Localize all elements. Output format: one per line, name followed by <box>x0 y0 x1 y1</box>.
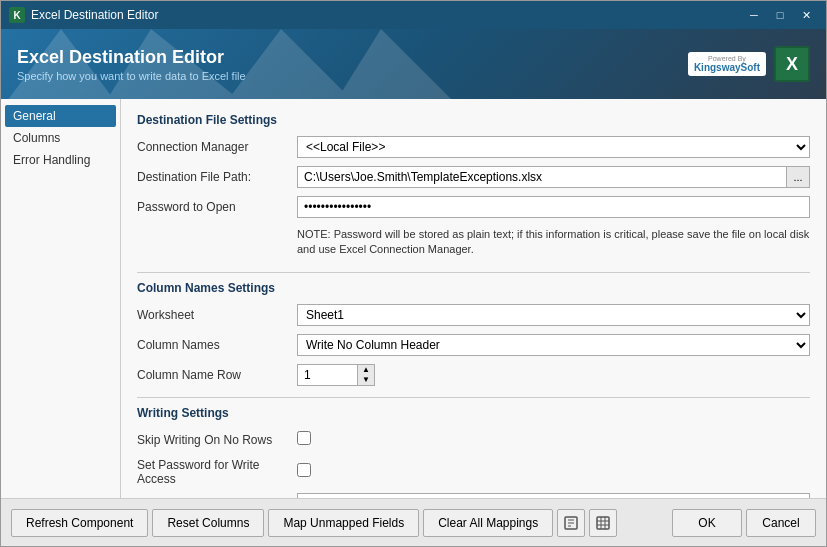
destination-file-path-input[interactable] <box>297 166 786 188</box>
note-row: NOTE: Password will be stored as plain t… <box>137 225 810 262</box>
column-name-row-input[interactable] <box>297 364 357 386</box>
excel-icon: X <box>774 46 810 82</box>
password-label: Password to Open <box>137 200 297 214</box>
restore-button[interactable]: □ <box>768 6 792 24</box>
destination-file-path-row: Destination File Path: ... <box>137 165 810 189</box>
icon-button-2[interactable] <box>589 509 617 537</box>
column-name-row-row: Column Name Row ▲ ▼ <box>137 363 810 387</box>
main-content: General Columns Error Handling Destinati… <box>1 99 826 498</box>
set-password-label: Set Password for Write Access <box>137 458 297 486</box>
main-window: K Excel Destination Editor ─ □ ✕ Excel D… <box>0 0 827 547</box>
map-unmapped-button[interactable]: Map Unmapped Fields <box>268 509 419 537</box>
divider-1 <box>137 272 810 273</box>
bottom-bar: Refresh Component Reset Columns Map Unma… <box>1 498 826 546</box>
column-names-section-header: Column Names Settings <box>137 281 810 295</box>
column-names-select[interactable]: Write No Column Header <box>297 334 810 356</box>
window-title: Excel Destination Editor <box>31 8 158 22</box>
svg-marker-1 <box>101 29 251 99</box>
password-note: NOTE: Password will be stored as plain t… <box>297 227 810 258</box>
spinner-up-button[interactable]: ▲ <box>358 365 374 375</box>
cancel-button[interactable]: Cancel <box>746 509 816 537</box>
svg-rect-8 <box>597 517 609 529</box>
svg-marker-0 <box>1 29 121 99</box>
svg-marker-2 <box>221 29 361 99</box>
page-subtitle: Specify how you want to write data to Ex… <box>17 70 246 82</box>
password-input[interactable] <box>297 196 810 218</box>
sidebar-item-error-handling[interactable]: Error Handling <box>5 149 116 171</box>
sidebar: General Columns Error Handling <box>1 99 121 498</box>
page-title: Excel Destination Editor <box>17 47 246 68</box>
icon-button-1[interactable] <box>557 509 585 537</box>
password-row: Password to Open <box>137 195 810 219</box>
powered-by-label: Powered By <box>708 55 746 62</box>
divider-2 <box>137 397 810 398</box>
destination-file-path-label: Destination File Path: <box>137 170 297 184</box>
writing-section-header: Writing Settings <box>137 406 810 420</box>
title-bar: K Excel Destination Editor ─ □ ✕ <box>1 1 826 29</box>
worksheet-select[interactable]: Sheet1 <box>297 304 810 326</box>
window-controls: ─ □ ✕ <box>742 6 818 24</box>
destination-file-section-header: Destination File Settings <box>137 113 810 127</box>
brand-name: KingswaySoft <box>694 62 760 73</box>
skip-writing-checkbox[interactable] <box>297 431 311 445</box>
sidebar-item-general[interactable]: General <box>5 105 116 127</box>
header-area: Excel Destination Editor Specify how you… <box>1 29 826 99</box>
connection-manager-select[interactable]: <<Local File>> <box>297 136 810 158</box>
browse-button[interactable]: ... <box>786 166 810 188</box>
worksheet-row: Worksheet Sheet1 <box>137 303 810 327</box>
close-button[interactable]: ✕ <box>794 6 818 24</box>
settings-icon <box>564 516 578 530</box>
clear-mappings-button[interactable]: Clear All Mappings <box>423 509 553 537</box>
connection-manager-row: Connection Manager <<Local File>> <box>137 135 810 159</box>
worksheet-label: Worksheet <box>137 308 297 322</box>
ok-button[interactable]: OK <box>672 509 742 537</box>
column-names-label: Column Names <box>137 338 297 352</box>
column-names-row: Column Names Write No Column Header <box>137 333 810 357</box>
column-name-row-label: Column Name Row <box>137 368 297 382</box>
refresh-component-button[interactable]: Refresh Component <box>11 509 148 537</box>
brand-badge: Powered By KingswaySoft <box>688 52 766 76</box>
app-icon: K <box>9 7 25 23</box>
skip-writing-label: Skip Writing On No Rows <box>137 433 297 447</box>
connection-manager-label: Connection Manager <box>137 140 297 154</box>
svg-marker-3 <box>331 29 461 99</box>
sidebar-item-columns[interactable]: Columns <box>5 127 116 149</box>
minimize-button[interactable]: ─ <box>742 6 766 24</box>
table-icon <box>596 516 610 530</box>
skip-writing-row: Skip Writing On No Rows <box>137 428 810 452</box>
spinner-down-button[interactable]: ▼ <box>358 375 374 385</box>
set-password-row: Set Password for Write Access <box>137 458 810 486</box>
content-panel: Destination File Settings Connection Man… <box>121 99 826 498</box>
set-password-checkbox[interactable] <box>297 463 311 477</box>
reset-columns-button[interactable]: Reset Columns <box>152 509 264 537</box>
